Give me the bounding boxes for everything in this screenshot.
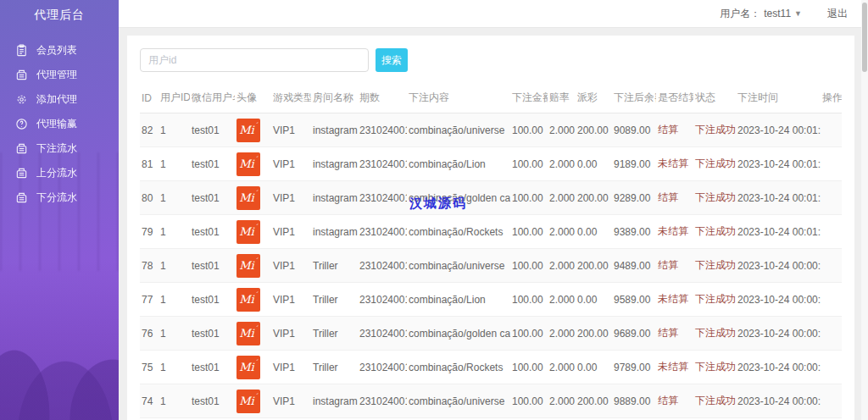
table-row: 791test01MiVIP1instagram231024001combina… [140,215,842,249]
table-cell: VIP1 [271,317,311,351]
table-body: 821test01MiVIP1instagram231024001combina… [140,113,842,420]
table-cell [821,113,842,147]
search-bar: 搜索 [140,48,842,72]
table-cell: test01 [190,283,235,317]
column-header: 下注金额 [510,84,548,113]
table-cell: test01 [190,147,235,181]
table-cell: 0.00 [576,215,612,249]
table-cell: 下注成功 [693,215,736,249]
table-cell [821,147,842,181]
table-cell: instagram [311,113,358,147]
table-cell: 9789.00 [612,351,656,384]
table-cell: 2023-10-24 00:00:35 [736,283,821,317]
ledger-icon [15,191,28,204]
table-cell: 未结算 [656,283,693,317]
table-cell: 100.00 [510,215,548,249]
column-header: 头像 [235,84,271,113]
table-cell: VIP1 [271,351,311,384]
table-cell: 下注成功 [693,113,736,147]
table-cell: 100.00 [510,283,548,317]
table-cell: 9289.00 [612,181,656,215]
table-cell: Mi [235,249,271,283]
table-cell: 2.000 [548,181,576,215]
user-menu[interactable]: 用户名：test11 ▼ [720,7,802,21]
table-cell: 200.00 [576,113,612,147]
vertical-scrollbar[interactable] [861,0,868,420]
ledger-icon [15,142,28,155]
table-cell: combinação/Rockets [407,351,510,384]
table-cell: 2023-10-24 00:01:54 [736,147,821,181]
username-value: test11 [764,8,791,19]
table-cell: instagram [311,181,358,215]
table-cell: 231024001 [358,317,407,351]
table-cell: VIP1 [271,249,311,283]
table-cell: test01 [190,249,235,283]
table-cell: 231024001 [358,249,407,283]
sidebar-item-bet-flow[interactable]: 下注流水 [0,136,119,161]
table-cell: Triller [311,283,358,317]
table-cell: 100.00 [510,113,548,147]
table-cell: 结算 [656,384,693,418]
table-cell: 79 [140,215,159,249]
table-cell: test01 [190,215,235,249]
sidebar-item-agent-winloss[interactable]: 代理输赢 [0,112,119,136]
table-cell: 下注成功 [693,249,736,283]
table-cell: 1 [159,147,190,181]
table-cell: 未结算 [656,351,693,384]
table-cell: VIP1 [271,113,311,147]
table-cell: 2023-10-24 00:00:35 [736,351,821,384]
user-avatar: Mi [236,322,260,345]
table-cell: 未结算 [656,147,693,181]
search-input[interactable] [140,48,369,72]
table-cell: 1 [159,283,190,317]
user-avatar: Mi [236,220,260,244]
table-cell: 231024001 [358,384,407,418]
table-cell: 9389.00 [612,215,656,249]
table-cell: 1 [159,351,190,384]
ledger-icon [15,167,28,180]
table-cell: 100.00 [510,351,548,384]
table-cell: 76 [140,317,159,351]
search-button[interactable]: 搜索 [376,48,408,72]
table-cell: VIP1 [271,215,311,249]
table-cell: 9689.00 [612,317,656,351]
sidebar-item-label: 代理输赢 [36,117,77,131]
table-row: 761test01MiVIP1Triller231024001combinaçã… [140,317,842,351]
table-row: 781test01MiVIP1Triller231024001combinaçã… [140,249,842,283]
table-cell: Mi [235,147,271,181]
column-header: 下注后余额 [612,84,656,113]
table-cell: VIP1 [271,181,311,215]
table-cell: 100.00 [510,181,548,215]
sidebar-item-label: 会员列表 [36,43,77,58]
user-avatar: Mi [236,356,260,379]
table-cell: 200.00 [576,249,612,283]
sidebar-item-add-agent[interactable]: 添加代理 [0,87,119,112]
table-cell: 2023-10-24 00:01:54 [736,113,821,147]
bet-records-table: ID用户ID微信用户名头像游戏类型房间名称期数下注内容下注金额赔率派彩下注后余额… [140,84,842,420]
column-header: ID [140,84,159,113]
logout-button[interactable]: 退出 [827,7,848,21]
sidebar-item-agent-manage[interactable]: 代理管理 [0,63,119,87]
table-cell: 78 [140,249,159,283]
sidebar-item-member-list[interactable]: 会员列表 [0,38,119,63]
sidebar-item-withdraw-flow[interactable]: 下分流水 [0,185,119,210]
table-cell: 231024001 [358,181,407,215]
column-header: 用户ID [159,84,190,113]
table-cell: Triller [311,249,358,283]
table-cell: 9089.00 [612,113,656,147]
table-cell: 100.00 [510,317,548,351]
scrollbar-thumb[interactable] [862,3,867,72]
table-cell: 100.00 [510,147,548,181]
table-cell: 1 [159,215,190,249]
table-cell: 下注成功 [693,283,736,317]
column-header: 下注内容 [407,84,510,113]
table-cell: 200.00 [576,317,612,351]
table-cell: 0.00 [576,351,612,384]
table-cell: 9889.00 [612,384,656,418]
table-cell: Triller [311,351,358,384]
table-cell: Mi [235,113,271,147]
table-cell: 9189.00 [612,147,656,181]
table-cell: 2.000 [548,249,576,283]
table-cell [821,283,842,317]
sidebar-item-deposit-flow[interactable]: 上分流水 [0,161,119,185]
